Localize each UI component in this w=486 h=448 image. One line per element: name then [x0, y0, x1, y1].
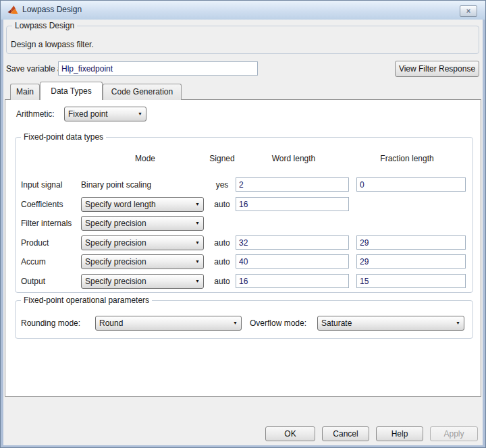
product-signed-value: auto — [209, 238, 236, 248]
chevron-down-icon: ▼ — [195, 198, 200, 211]
rounding-mode-value: Round — [99, 318, 123, 328]
row-label-product: Product — [21, 238, 49, 248]
filter-internals-mode-select[interactable]: Specify precision ▼ — [81, 216, 204, 231]
data-types-legend: Fixed-point data types — [21, 132, 106, 142]
save-variable-input[interactable] — [58, 61, 258, 76]
output-word-length-input[interactable] — [236, 274, 349, 288]
output-mode-select[interactable]: Specify precision ▼ — [81, 274, 204, 289]
operational-parameters-legend: Fixed-point operational parameters — [21, 296, 152, 305]
coefficients-mode-value: Specify word length — [85, 200, 156, 209]
tab-code-generation[interactable]: Code Generation — [103, 84, 182, 100]
chevron-down-icon: ▼ — [195, 275, 200, 288]
overflow-mode-select[interactable]: Saturate ▼ — [317, 316, 464, 331]
chevron-down-icon: ▼ — [233, 316, 238, 330]
cancel-button[interactable]: Cancel — [322, 426, 369, 441]
coefficients-signed-value: auto — [209, 200, 236, 209]
accum-mode-value: Specify precision — [85, 257, 146, 267]
coefficients-mode-select[interactable]: Specify word length ▼ — [81, 197, 204, 212]
output-fraction-length-input[interactable] — [356, 274, 466, 288]
coefficients-word-length-input[interactable] — [236, 197, 349, 211]
accum-fraction-length-input[interactable] — [356, 254, 466, 269]
chevron-down-icon: ▼ — [138, 107, 142, 121]
dialog-description: Design a lowpass filter. — [11, 40, 94, 49]
filter-internals-mode-value: Specify precision — [85, 219, 146, 228]
product-mode-select[interactable]: Specify precision ▼ — [81, 235, 204, 250]
chevron-down-icon: ▼ — [195, 255, 200, 269]
row-label-output: Output — [21, 277, 45, 286]
rounding-mode-select[interactable]: Round ▼ — [95, 316, 242, 331]
tab-code-generation-label: Code Generation — [111, 87, 173, 96]
matlab-logo-icon — [7, 5, 18, 16]
lowpass-design-dialog: Lowpass Design × Lowpass Design Design a… — [0, 0, 486, 448]
row-label-coefficients: Coefficients — [21, 200, 63, 209]
product-fraction-length-input[interactable] — [356, 235, 466, 250]
product-word-length-input[interactable] — [236, 235, 349, 250]
arithmetic-label: Arithmetic: — [16, 109, 55, 119]
chevron-down-icon: ▼ — [195, 236, 200, 250]
output-mode-value: Specify precision — [85, 277, 146, 286]
ok-button[interactable]: OK — [265, 426, 315, 441]
tab-main[interactable]: Main — [10, 84, 40, 100]
window-title: Lowpass Design — [22, 1, 82, 19]
title-bar[interactable]: Lowpass Design × — [1, 1, 485, 20]
apply-button: Apply — [430, 426, 478, 441]
operational-parameters-groupbox: Fixed-point operational parameters Round… — [15, 300, 473, 339]
overflow-mode-value: Saturate — [321, 318, 352, 328]
accum-word-length-input[interactable] — [236, 254, 349, 269]
arithmetic-select[interactable]: Fixed point ▼ — [64, 107, 146, 121]
row-label-input-signal: Input signal — [21, 180, 62, 190]
dialog-client-area: Lowpass Design Design a lowpass filter. … — [3, 20, 483, 445]
input-signal-fraction-length-input[interactable] — [356, 177, 466, 192]
close-button[interactable]: × — [460, 5, 477, 17]
tab-data-types[interactable]: Data Types — [40, 82, 103, 100]
close-icon: × — [466, 7, 470, 15]
column-header-fraction-length: Fraction length — [380, 154, 433, 163]
rounding-mode-label: Rounding mode: — [21, 318, 80, 328]
chevron-down-icon: ▼ — [195, 217, 200, 230]
column-header-mode: Mode — [135, 154, 155, 163]
header-groupbox: Lowpass Design Design a lowpass filter. — [6, 26, 479, 54]
data-types-tab-panel: Arithmetic: Fixed point ▼ Fixed-point da… — [5, 99, 481, 397]
product-mode-value: Specify precision — [85, 238, 146, 248]
input-signal-word-length-input[interactable] — [236, 177, 349, 192]
header-groupbox-legend: Lowpass Design — [12, 21, 77, 30]
row-label-accum: Accum — [21, 257, 46, 267]
input-signal-signed-value: yes — [209, 180, 236, 190]
accum-mode-select[interactable]: Specify precision ▼ — [81, 254, 204, 269]
arithmetic-select-value: Fixed point — [68, 109, 108, 119]
help-button[interactable]: Help — [376, 426, 423, 441]
row-label-filter-internals: Filter internals — [21, 219, 72, 228]
view-filter-response-button[interactable]: View Filter Response — [395, 61, 479, 77]
output-signed-value: auto — [209, 277, 236, 286]
overflow-mode-label: Overflow mode: — [250, 318, 306, 328]
column-header-word-length: Word length — [272, 154, 315, 163]
fixed-point-data-types-groupbox: Fixed-point data types Mode Signed Word … — [15, 137, 473, 293]
tab-main-label: Main — [16, 87, 34, 96]
tab-data-types-label: Data Types — [51, 86, 91, 96]
column-header-signed: Signed — [209, 154, 234, 163]
chevron-down-icon: ▼ — [456, 316, 460, 330]
input-signal-mode-text: Binary point scaling — [81, 180, 151, 190]
accum-signed-value: auto — [209, 257, 236, 267]
